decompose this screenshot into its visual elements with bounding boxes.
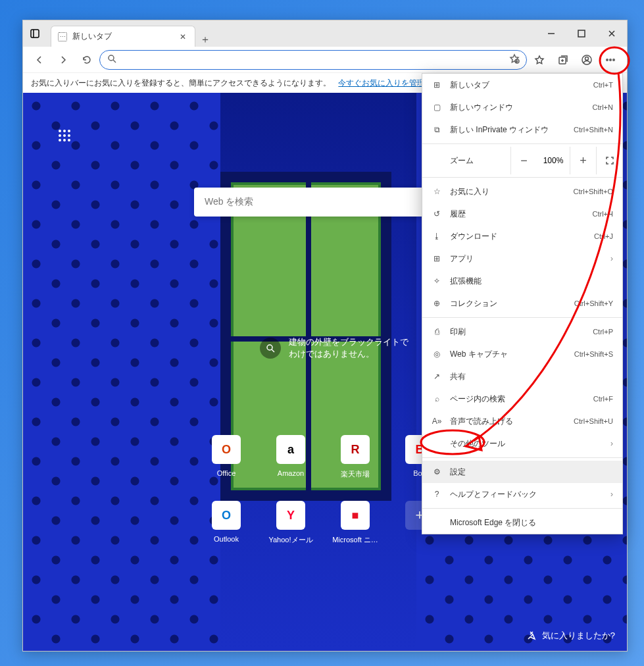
quick-link[interactable]: OOutlook (194, 501, 259, 567)
titlebar: ⋯ 新しいタブ ✕ ＋ (23, 20, 627, 47)
minimize-button[interactable] (536, 20, 566, 47)
menu-label: 設定 (450, 467, 613, 478)
menu-label: 印刷 (450, 326, 585, 338)
menu-item[interactable]: ⚙設定 (422, 461, 622, 483)
menu-shortcut: Ctrl+T (593, 81, 613, 89)
menu-icon: ↺ (432, 209, 442, 218)
svg-point-2 (109, 55, 114, 61)
menu-label: ダウンロード (450, 231, 586, 242)
menu-item[interactable]: ▢新しいウィンドウCtrl+N (422, 96, 622, 118)
menu-item[interactable]: ⊞アプリ› (422, 247, 622, 270)
menu-item[interactable]: ⎙印刷Ctrl+P (422, 320, 622, 343)
zoom-out-button[interactable]: − (510, 147, 537, 174)
more-button[interactable] (599, 49, 622, 70)
quick-link[interactable]: YYahoo!メール (259, 501, 323, 567)
caption-line2: わけではありません。 (289, 348, 409, 360)
window-controls (536, 20, 627, 47)
address-bar[interactable] (99, 50, 527, 70)
menu-label: Web キャプチャ (450, 349, 566, 360)
menu-item[interactable]: ⊞新しいタブCtrl+T (422, 74, 622, 96)
image-caption: 建物の外壁をブラックライトで わけではありません。 (260, 336, 409, 360)
menu-item[interactable]: ⊕コレクションCtrl+Shift+Y (422, 292, 622, 315)
menu-item[interactable]: ◎Web キャプチャCtrl+Shift+S (422, 343, 622, 365)
fullscreen-button[interactable] (596, 147, 622, 174)
menu-label: ページ内の検索 (450, 394, 585, 405)
quick-link-tile: Y (276, 501, 305, 530)
menu-label: 新しいタブ (450, 80, 585, 91)
quick-link-label: Outlook (214, 535, 239, 543)
magnify-icon[interactable] (260, 338, 281, 359)
menu-icon: ☆ (432, 187, 442, 196)
menu-item[interactable]: A»音声で読み上げるCtrl+Shift+U (422, 410, 622, 432)
menu-zoom-row: ズーム−100%+ (422, 147, 622, 174)
vertical-tabs-button[interactable] (23, 20, 47, 47)
web-search-box[interactable]: Web を検索 (194, 188, 457, 217)
profile-button[interactable] (576, 49, 598, 70)
new-tab-button[interactable]: ＋ (195, 33, 215, 47)
quick-link[interactable]: ■Microsoft ニ… (323, 501, 387, 567)
svg-rect-0 (31, 30, 39, 38)
menu-item[interactable]: ?ヘルプとフィードバック› (422, 483, 622, 505)
favbar-text: お気に入りバーにお気に入りを登録すると、簡単にアクセスできるようになります。 (31, 78, 331, 89)
menu-label: 共有 (450, 371, 613, 382)
tab-strip: ⋯ 新しいタブ ✕ ＋ (47, 20, 536, 47)
quick-link-tile: a (276, 435, 305, 464)
quick-link-tile: O (212, 501, 241, 530)
menu-icon: ✧ (432, 276, 442, 286)
like-prompt[interactable]: 気に入りましたか? (526, 630, 615, 642)
menu-shortcut: Ctrl+N (593, 103, 613, 111)
zoom-value: 100% (537, 156, 570, 165)
menu-item[interactable]: ⌕ページ内の検索Ctrl+F (422, 388, 622, 410)
collections-button[interactable] (552, 49, 574, 70)
quick-link[interactable]: OOffice (194, 435, 259, 501)
close-window-button[interactable] (597, 20, 627, 47)
maximize-button[interactable] (566, 20, 597, 47)
quick-link[interactable]: aAmazon (259, 435, 323, 501)
menu-item[interactable]: ⧉新しい InPrivate ウィンドウCtrl+Shift+N (422, 118, 622, 141)
quick-links: OOfficeaAmazonR楽天市場BBooOOutlookYYahoo!メー… (194, 435, 452, 567)
svg-rect-1 (578, 30, 585, 37)
tab-active[interactable]: ⋯ 新しいタブ ✕ (51, 26, 195, 47)
zoom-in-button[interactable]: + (570, 147, 596, 174)
forward-button[interactable] (52, 49, 74, 70)
menu-icon: ⊕ (432, 299, 442, 308)
close-icon[interactable]: ✕ (178, 32, 188, 42)
menu-icon: ⊞ (432, 254, 442, 263)
menu-shortcut: Ctrl+Shift+Y (574, 299, 613, 307)
newtab-icon: ⋯ (58, 32, 67, 41)
menu-icon: ▢ (432, 103, 442, 112)
menu-label: 拡張機能 (450, 276, 613, 287)
menu-label: 音声で読み上げる (450, 416, 566, 427)
quick-link-label: Microsoft ニ… (332, 535, 378, 545)
menu-item[interactable]: その他のツール› (422, 432, 622, 455)
refresh-button[interactable] (76, 49, 98, 70)
menu-icon: ◎ (432, 349, 442, 359)
menu-item[interactable]: ↗共有 (422, 365, 622, 388)
search-icon (107, 53, 117, 66)
add-favorite-icon[interactable] (509, 53, 520, 66)
menu-separator (422, 508, 622, 509)
menu-shortcut: Ctrl+Shift+S (574, 350, 613, 358)
menu-icon: ⧉ (432, 125, 442, 134)
quick-link[interactable]: R楽天市場 (323, 435, 387, 501)
browser-window: ⋯ 新しいタブ ✕ ＋ お気に入りバーにお気に入りを登録すると、簡単にアクセスで… (22, 20, 628, 652)
menu-item[interactable]: ✧拡張機能 (422, 270, 622, 292)
more-menu: ⊞新しいタブCtrl+T▢新しいウィンドウCtrl+N⧉新しい InPrivat… (422, 73, 623, 534)
menu-item[interactable]: ☆お気に入りCtrl+Shift+O (422, 180, 622, 203)
chevron-right-icon: › (610, 254, 613, 263)
quick-link-label: Amazon (278, 469, 304, 477)
menu-label: コレクション (450, 298, 566, 309)
menu-separator (422, 457, 622, 458)
toolbar (23, 47, 627, 73)
back-button[interactable] (28, 49, 51, 70)
favorites-button[interactable] (528, 49, 551, 70)
quick-link-tile: O (212, 435, 241, 464)
quick-link-tile: ■ (341, 501, 370, 530)
page-settings-button[interactable] (59, 130, 72, 143)
search-placeholder: Web を検索 (205, 196, 253, 208)
menu-shortcut: Ctrl+Shift+O (573, 188, 613, 195)
svg-point-6 (585, 57, 589, 60)
menu-item[interactable]: Microsoft Edge を閉じる (422, 511, 622, 534)
menu-item[interactable]: ⭳ダウンロードCtrl+J (422, 225, 622, 247)
menu-item[interactable]: ↺履歴Ctrl+H (422, 203, 622, 225)
